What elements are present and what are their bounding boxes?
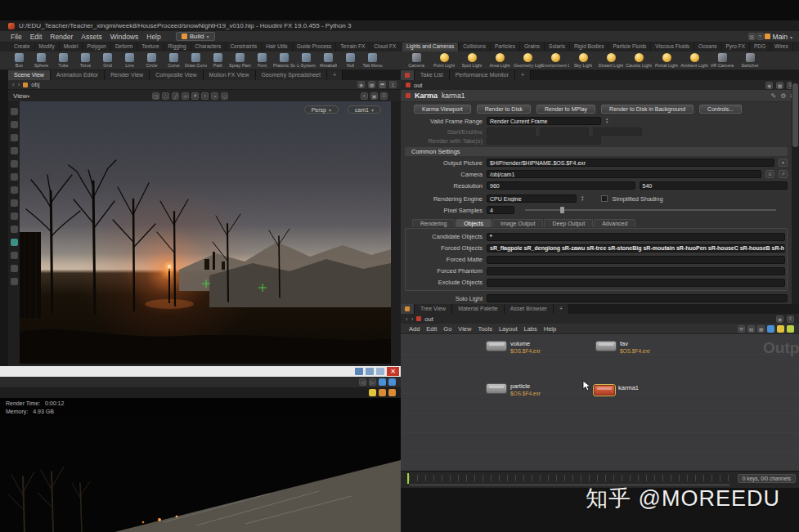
- scene-viewport[interactable]: Persp cam1: [20, 101, 391, 364]
- select-objects-icon[interactable]: ◳: [152, 92, 159, 100]
- pane-tab[interactable]: Animation Editor: [51, 70, 105, 80]
- shelf-tab[interactable]: Cloud FX: [370, 42, 399, 51]
- pane-tab[interactable]: Material Palette: [452, 304, 505, 314]
- shelf-tool[interactable]: Tab Menu: [361, 52, 384, 68]
- shelf-tool[interactable]: Circle: [141, 52, 163, 68]
- viewport-tool-icon[interactable]: [11, 265, 18, 272]
- close-button[interactable]: [387, 367, 399, 376]
- shelf-tool[interactable]: Switcher: [736, 52, 764, 68]
- shelf-tab[interactable]: Pyro FX: [722, 42, 750, 51]
- network-node[interactable]: particle $OS.$F4.exr: [486, 383, 541, 396]
- shelf-tab[interactable]: Create: [10, 42, 35, 51]
- start-field[interactable]: [487, 127, 536, 136]
- network-menu-item[interactable]: Go: [440, 325, 455, 333]
- shelf-tab[interactable]: Texture: [137, 42, 164, 51]
- stepper-icon[interactable]: ▲▼: [605, 118, 608, 124]
- shelf-tool[interactable]: Box: [8, 52, 30, 68]
- shelf-tool[interactable]: Spray Paint: [229, 52, 251, 68]
- snap-edge-icon[interactable]: ⌁: [211, 92, 218, 100]
- shelf-tool[interactable]: Environment Light: [541, 52, 569, 68]
- view-persp-menu[interactable]: Persp: [304, 105, 339, 114]
- add-pane-tab-button[interactable]: +: [327, 70, 343, 80]
- shelf-tool[interactable]: Portal Light: [653, 52, 680, 68]
- layout-icon[interactable]: ▦: [368, 81, 375, 88]
- back-icon[interactable]: [12, 81, 15, 88]
- scene-path[interactable]: obj: [31, 81, 39, 88]
- shading-mode-icon[interactable]: ◐: [361, 92, 368, 100]
- inc-field[interactable]: [593, 127, 642, 136]
- gear-icon[interactable]: ⚙: [780, 92, 786, 100]
- window-tool-icon[interactable]: [355, 368, 363, 375]
- view-menu[interactable]: View: [13, 92, 27, 100]
- parameter-input[interactable]: sR_flagpole sR_denglong sR-zawu sR-tree …: [487, 244, 785, 253]
- parameter-input[interactable]: [487, 267, 785, 275]
- back-icon[interactable]: [406, 315, 408, 323]
- pin-icon[interactable]: ◉: [776, 315, 783, 323]
- render-button[interactable]: Controls...: [699, 105, 742, 114]
- camera-lock-icon[interactable]: ⚿: [380, 92, 388, 100]
- render-button[interactable]: Render to Disk in Background: [601, 105, 694, 114]
- radio-panel-icon[interactable]: ▥: [748, 33, 756, 40]
- parameter-scrollbar[interactable]: [792, 80, 799, 304]
- shelf-tab[interactable]: Wires: [770, 42, 793, 51]
- notes-badge-icon[interactable]: [777, 325, 784, 333]
- network-node[interactable]: volume $OS.$F4.exr: [486, 341, 541, 354]
- add-pane-tab-button[interactable]: +: [515, 70, 531, 80]
- layout-icon[interactable]: ▦: [776, 82, 783, 89]
- parameter-input[interactable]: [487, 256, 785, 264]
- menu-item[interactable]: Render: [46, 33, 77, 41]
- compare-icon[interactable]: [388, 378, 396, 386]
- scrollbar-thumb[interactable]: [792, 83, 798, 147]
- shelf-tab[interactable]: Model: [60, 42, 83, 51]
- select-edges-icon[interactable]: ╱: [172, 92, 179, 100]
- stepper-icon[interactable]: ▲▼: [581, 195, 584, 202]
- network-menu-item[interactable]: Edit: [423, 325, 440, 333]
- exposure-icon[interactable]: [369, 389, 376, 396]
- render-button[interactable]: Render to Disk: [477, 105, 531, 114]
- output-picture-field[interactable]: $HIP/render/$HIPNAME.$OS.$F4.exr: [487, 159, 774, 167]
- viewport-tool-icon[interactable]: [11, 278, 18, 285]
- pane-tab[interactable]: Render View: [105, 70, 150, 80]
- display-options-icon[interactable]: ▣: [370, 92, 378, 100]
- menu-icon[interactable]: ≡: [389, 81, 397, 88]
- shelf-tool[interactable]: Sphere: [30, 52, 52, 68]
- parameter-input[interactable]: *: [487, 233, 785, 241]
- shelf-tab[interactable]: Grains: [520, 42, 545, 51]
- network-menu-item[interactable]: Tools: [474, 325, 496, 333]
- shelf-tool[interactable]: Draw Curve: [185, 52, 207, 68]
- node-chooser-icon[interactable]: ⊙: [765, 170, 774, 178]
- viewport-tool-icon[interactable]: [11, 121, 18, 128]
- shelf-tool[interactable]: Torus: [74, 52, 97, 68]
- pane-tab[interactable]: Take List: [415, 70, 450, 80]
- shelf-tab[interactable]: Polygon: [83, 42, 111, 51]
- node-name-field[interactable]: karma1: [442, 92, 465, 100]
- pane-tab[interactable]: Geometry Spreadsheet: [256, 70, 327, 80]
- pane-tab[interactable]: Asset Browser: [505, 304, 554, 314]
- section-common-settings[interactable]: Common Settings: [405, 147, 788, 156]
- snap-multi-icon[interactable]: ◇: [221, 92, 228, 100]
- render-view-titlebar[interactable]: [0, 366, 401, 377]
- select-points-icon[interactable]: ∴: [162, 92, 169, 100]
- parameter-input[interactable]: [487, 279, 785, 287]
- network-path[interactable]: out: [424, 315, 433, 323]
- menu-item[interactable]: Help: [142, 33, 164, 41]
- viewport-tool-icon[interactable]: [11, 199, 18, 207]
- simplified-shading-checkbox[interactable]: [601, 195, 608, 202]
- viewport-tool-icon[interactable]: [11, 134, 18, 141]
- viewport-tool-icon[interactable]: [11, 239, 18, 246]
- rop-node-icon[interactable]: [595, 341, 617, 351]
- shelf-tab[interactable]: Collisions: [459, 42, 491, 51]
- parameter-path[interactable]: out: [414, 82, 422, 89]
- menu-item[interactable]: Edit: [26, 33, 47, 41]
- forward-icon[interactable]: [18, 81, 20, 88]
- network-menu-item[interactable]: Layout: [496, 325, 521, 333]
- network-view-tab[interactable]: [401, 304, 415, 314]
- viewport-tool-icon[interactable]: [11, 160, 18, 168]
- chevron-down-icon[interactable]: ▾: [779, 159, 788, 167]
- shelf-tab[interactable]: Oceans: [694, 42, 721, 51]
- resolution-width-field[interactable]: 960: [487, 181, 635, 190]
- next-image-icon[interactable]: ▷: [369, 378, 376, 386]
- parameter-tab[interactable]: Objects: [456, 219, 492, 227]
- rop-node-icon[interactable]: [486, 341, 507, 351]
- parameters-pane-tab[interactable]: [401, 70, 415, 80]
